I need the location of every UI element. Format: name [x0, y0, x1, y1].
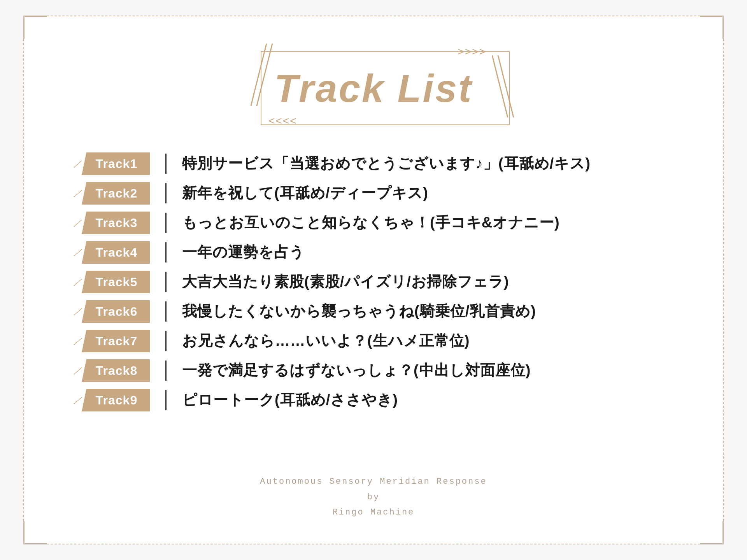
badge-background: Track1 — [82, 152, 150, 175]
slash-icon: ⟋ — [69, 244, 86, 261]
track-item: ⟋ Track1 特別サービス「当選おめでとうございます♪」(耳舐め/キス) — [71, 152, 676, 175]
badge-background: Track2 — [82, 182, 150, 205]
track-description: 大吉大当たり素股(素股/パイズリ/お掃除フェラ) — [182, 272, 509, 291]
track-separator — [165, 183, 167, 203]
badge-background: Track5 — [82, 271, 150, 293]
track-item: ⟋ Track9 ピロートーク(耳舐め/ささやき) — [71, 389, 676, 411]
track-id: Track3 — [96, 216, 137, 230]
track-badge: ⟋ Track8 — [71, 359, 150, 382]
track-badge: ⟋ Track9 — [71, 389, 150, 411]
track-badge: ⟋ Track5 — [71, 271, 150, 293]
badge-background: Track7 — [82, 330, 150, 352]
track-badge: ⟋ Track7 — [71, 330, 150, 352]
track-separator — [165, 272, 167, 292]
slash-icon: ⟋ — [69, 274, 86, 290]
track-separator — [165, 390, 167, 410]
badge-background: Track4 — [82, 241, 150, 264]
track-item: ⟋ Track4 一年の運勢を占う — [71, 241, 676, 264]
footer-line2: by — [260, 490, 487, 505]
track-id: Track7 — [96, 334, 137, 348]
track-description: 特別サービス「当選おめでとうございます♪」(耳舐め/キス) — [182, 154, 591, 173]
track-separator — [165, 213, 167, 233]
track-id: Track9 — [96, 393, 137, 408]
footer: Autonomous Sensory Meridian Response by … — [260, 462, 487, 520]
badge-background: Track8 — [82, 359, 150, 382]
slash-right-decoration — [486, 55, 517, 117]
track-badge: ⟋ Track1 — [71, 152, 150, 175]
track-description: お兄さんなら……いいよ？(生ハメ正常位) — [182, 331, 470, 350]
track-id: Track4 — [96, 245, 137, 260]
slash-icon: ⟋ — [69, 392, 86, 408]
arrows-bottom: <<<< — [268, 115, 297, 127]
title-section: >>>> Track List <<<< — [237, 44, 510, 129]
slash-icon: ⟋ — [69, 156, 86, 172]
track-description: 我慢したくないから襲っちゃうね(騎乗位/乳首責め) — [182, 302, 536, 321]
track-id: Track5 — [96, 275, 137, 289]
track-list: ⟋ Track1 特別サービス「当選おめでとうございます♪」(耳舐め/キス) ⟋… — [55, 152, 692, 411]
track-id: Track8 — [96, 364, 137, 378]
track-description: 新年を祝して(耳舐め/ディープキス) — [182, 184, 428, 203]
track-item: ⟋ Track8 一発で満足するはずないっしょ？(中出し対面座位) — [71, 359, 676, 382]
track-separator — [165, 242, 167, 262]
slash-icon: ⟋ — [69, 333, 86, 349]
slash-icon: ⟋ — [69, 215, 86, 231]
track-description: 一発で満足するはずないっしょ？(中出し対面座位) — [182, 361, 531, 380]
track-separator — [165, 301, 167, 322]
slash-icon: ⟋ — [69, 185, 86, 201]
badge-background: Track6 — [82, 300, 150, 323]
corner-decoration-tr — [700, 16, 724, 39]
track-description: ピロートーク(耳舐め/ささやき) — [182, 390, 398, 410]
track-item: ⟋ Track6 我慢したくないから襲っちゃうね(騎乗位/乳首責め) — [71, 300, 676, 323]
track-separator — [165, 154, 167, 174]
corner-decoration-tl — [23, 16, 47, 39]
corner-decoration-bl — [23, 521, 47, 544]
footer-line3: Ringo Machine — [260, 505, 487, 520]
footer-line1: Autonomous Sensory Meridian Response — [260, 474, 487, 490]
badge-background: Track3 — [82, 212, 150, 234]
track-id: Track2 — [96, 186, 137, 201]
track-badge: ⟋ Track2 — [71, 182, 150, 205]
corner-decoration-br — [700, 521, 724, 544]
track-badge: ⟋ Track3 — [71, 212, 150, 234]
track-separator — [165, 331, 167, 351]
track-id: Track6 — [96, 304, 137, 319]
main-container: >>>> Track List <<<< ⟋ Track1 — [23, 16, 724, 544]
badge-background: Track9 — [82, 389, 150, 411]
track-description: もっとお互いのこと知らなくちゃ！(手コキ&オナニー) — [182, 213, 560, 232]
page-title: Track List — [274, 65, 473, 108]
track-item: ⟋ Track7 お兄さんなら……いいよ？(生ハメ正常位) — [71, 330, 676, 352]
track-description: 一年の運勢を占う — [182, 243, 305, 262]
track-badge: ⟋ Track6 — [71, 300, 150, 323]
track-separator — [165, 360, 167, 381]
slash-icon: ⟋ — [69, 303, 86, 320]
track-item: ⟋ Track3 もっとお互いのこと知らなくちゃ！(手コキ&オナニー) — [71, 212, 676, 234]
track-item: ⟋ Track2 新年を祝して(耳舐め/ディープキス) — [71, 182, 676, 205]
slash-icon: ⟋ — [69, 362, 86, 379]
track-item: ⟋ Track5 大吉大当たり素股(素股/パイズリ/お掃除フェラ) — [71, 271, 676, 293]
track-badge: ⟋ Track4 — [71, 241, 150, 264]
track-id: Track1 — [96, 157, 137, 171]
